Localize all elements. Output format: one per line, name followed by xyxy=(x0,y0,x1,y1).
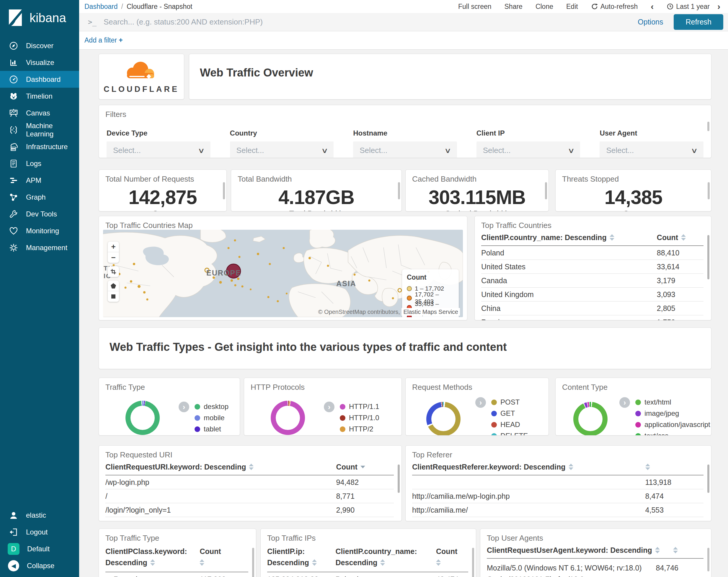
table-row[interactable]: 185.234.218.33 Poland 48,474 xyxy=(267,572,468,577)
search-input[interactable]: Search... (e.g. status:200 AND extension… xyxy=(104,18,638,27)
legend-item[interactable]: application/javascript xyxy=(635,419,710,430)
country-select[interactable]: Select...∨ xyxy=(230,142,334,158)
table-row[interactable]: http://camilia.me/index.php/2017/06/17/w… xyxy=(412,517,703,521)
count-column-header[interactable]: Count xyxy=(200,546,221,568)
legend-item[interactable]: mobile xyxy=(194,412,229,423)
scrollbar[interactable] xyxy=(472,548,474,577)
table-row[interactable]: http://camilia.me/wp-login.php8,474 xyxy=(412,489,703,503)
scrollbar[interactable] xyxy=(545,182,547,199)
legend-item[interactable]: image/jpeg xyxy=(635,408,710,419)
map-fit-bounds-button[interactable] xyxy=(108,266,119,277)
sidebar-item-visualize[interactable]: Visualize xyxy=(0,54,79,71)
table-row[interactable]: http://camilia.me/4,553 xyxy=(412,503,703,517)
count-column-header[interactable]: Count xyxy=(657,233,686,242)
legend-item[interactable]: text/css xyxy=(635,430,710,435)
fullscreen-button[interactable]: Full screen xyxy=(458,3,491,10)
user-agent-select[interactable]: Select...∨ xyxy=(600,142,703,158)
legend-expand-button[interactable]: › xyxy=(475,397,486,408)
map-zoom-in-button[interactable]: + xyxy=(108,242,119,252)
table-row[interactable]: /login/?login_only=12,990 xyxy=(105,503,394,517)
legend-item[interactable]: HTTP/1.0 xyxy=(340,412,379,423)
breadcrumb-dashboard[interactable]: Dashboard xyxy=(84,3,118,10)
scrollbar[interactable] xyxy=(707,235,709,279)
sidebar-item-space-default[interactable]: D Default xyxy=(0,541,79,557)
sidebar-item-collapse[interactable]: ◀ Collapse xyxy=(0,557,79,574)
sidebar-item-monitoring[interactable]: Monitoring xyxy=(0,222,79,239)
legend-item[interactable]: tablet xyxy=(194,423,229,435)
sidebar-item-infrastructure[interactable]: Infrastructure xyxy=(0,138,79,155)
map-rectangle-tool-button[interactable] xyxy=(108,291,119,302)
table-row[interactable]: /xmlrpc.php1,394 xyxy=(105,517,394,521)
table-row[interactable]: Mozilla/5.0 (Windows NT 6.1; WOW64; rv:1… xyxy=(487,559,703,577)
scrollbar[interactable] xyxy=(252,548,254,577)
sidebar-item-user[interactable]: elastic xyxy=(0,507,79,524)
time-back-button[interactable]: ‹ xyxy=(651,1,654,11)
table-header[interactable]: ClientIPClass.keyword:Descending Count xyxy=(105,546,248,572)
scrollbar[interactable] xyxy=(398,465,400,493)
table-header[interactable]: ClientRequestURI.keyword: Descending Cou… xyxy=(105,463,394,475)
legend-expand-button[interactable]: › xyxy=(619,397,630,408)
add-filter-button[interactable]: Add a filter + xyxy=(84,36,123,44)
table-row[interactable]: /8,771 xyxy=(105,489,394,503)
legend-expand-button[interactable]: › xyxy=(179,402,189,412)
http-protocols-donut-chart[interactable] xyxy=(271,401,305,435)
scrollbar[interactable] xyxy=(398,182,400,199)
traffic-type-donut-chart[interactable] xyxy=(126,401,160,435)
table-header[interactable]: ClientRequestReferer.keyword: Descending xyxy=(412,463,703,475)
legend-item[interactable]: POST xyxy=(491,397,528,408)
scrollbar[interactable] xyxy=(223,182,225,199)
clone-button[interactable]: Clone xyxy=(536,3,553,10)
legend-item[interactable]: desktop xyxy=(194,401,229,412)
count-column-header[interactable]: Count xyxy=(436,546,457,568)
sidebar-item-logs[interactable]: Logs xyxy=(0,155,79,172)
legend-item[interactable]: HTTP/2 xyxy=(340,423,379,435)
column-header[interactable]: ClientIP.country_name:Descending xyxy=(336,546,417,568)
sidebar-item-discover[interactable]: Discover xyxy=(0,37,79,54)
sidebar-item-logout[interactable]: Logout xyxy=(0,524,79,541)
hostname-select[interactable]: Select...∨ xyxy=(353,142,457,158)
sidebar-item-dashboard[interactable]: Dashboard xyxy=(0,71,79,88)
table-row[interactable]: United States33,614 xyxy=(481,260,703,274)
edit-button[interactable]: Edit xyxy=(566,3,578,10)
client-ip-select[interactable]: Select...∨ xyxy=(476,142,580,158)
content-type-donut-chart[interactable] xyxy=(573,402,607,435)
table-header[interactable]: ClientIP.country_name: Descending Count xyxy=(481,233,703,246)
sidebar-item-machine-learning[interactable]: Machine Learning xyxy=(0,121,79,138)
table-row[interactable]: United Kingdom3,093 xyxy=(481,287,703,301)
time-picker[interactable]: Last 1 year xyxy=(667,3,710,10)
table-header[interactable]: ClientIP.ip:Descending ClientIP.country_… xyxy=(267,546,468,572)
table-row[interactable]: /wp-login.php94,482 xyxy=(105,475,394,489)
scrollbar[interactable] xyxy=(707,465,709,493)
request-methods-donut-chart[interactable] xyxy=(426,402,461,435)
share-button[interactable]: Share xyxy=(504,3,522,10)
sidebar-item-apm[interactable]: APM xyxy=(0,172,79,189)
legend-item[interactable]: HEAD xyxy=(491,419,528,430)
legend-item[interactable]: DELETE xyxy=(491,430,528,435)
table-row[interactable]: noRecord117,802 xyxy=(105,572,248,577)
device-type-select[interactable]: Select...∨ xyxy=(107,142,210,158)
map-zoom-out-button[interactable]: − xyxy=(108,252,119,263)
time-forward-button[interactable]: › xyxy=(718,1,720,11)
table-row[interactable]: Russia1,759 xyxy=(481,316,703,320)
sidebar-item-canvas[interactable]: Canvas xyxy=(0,104,79,121)
scrollbar[interactable] xyxy=(707,122,709,131)
refresh-button[interactable]: Refresh xyxy=(674,14,723,30)
world-map[interactable]: EUROPE ASIA THIC + − xyxy=(103,230,463,317)
table-row[interactable]: China2,805 xyxy=(481,301,703,316)
scrollbar[interactable] xyxy=(708,182,710,199)
table-row[interactable]: Canada3,179 xyxy=(481,274,703,287)
options-button[interactable]: Options xyxy=(638,18,663,26)
legend-item[interactable]: text/html xyxy=(635,397,710,408)
sidebar-item-graph[interactable]: Graph xyxy=(0,189,79,205)
table-row[interactable]: 113,918 xyxy=(412,475,703,489)
legend-expand-button[interactable]: › xyxy=(324,402,335,412)
autorefresh-button[interactable]: Auto-refresh xyxy=(591,3,638,10)
count-column-header[interactable] xyxy=(645,463,650,471)
count-column-header[interactable] xyxy=(673,546,678,555)
map-polygon-tool-button[interactable] xyxy=(108,280,119,291)
legend-item[interactable]: GET xyxy=(491,408,528,419)
legend-item[interactable]: HTTP/1.1 xyxy=(340,401,379,412)
sidebar-item-timelion[interactable]: Timelion xyxy=(0,88,79,104)
table-row[interactable]: Poland88,410 xyxy=(481,246,703,260)
table-header[interactable]: ClientRequestUserAgent.keyword: Descendi… xyxy=(487,546,703,559)
